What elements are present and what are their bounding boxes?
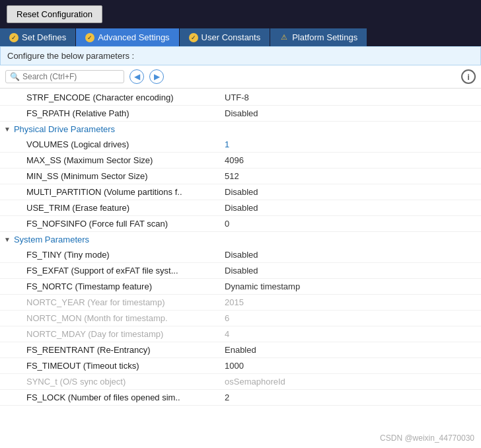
table-row[interactable]: FS_LOCK (Number of files opened sim..2 xyxy=(0,390,481,406)
table-row[interactable]: MULTI_PARTITION (Volume partitions f..Di… xyxy=(0,184,481,200)
table-row[interactable]: FS_EXFAT (Support of exFAT file syst...D… xyxy=(0,263,481,279)
configure-text: Configure the below parameters : xyxy=(7,51,134,61)
tab-set-defines[interactable]: ✓Set Defines xyxy=(0,28,76,46)
param-name: FS_TINY (Tiny mode) xyxy=(26,250,225,260)
param-value: 1000 xyxy=(225,361,476,371)
table-row[interactable]: FS_NOFSINFO (Force full FAT scan)0 xyxy=(0,216,481,232)
table-row[interactable]: STRF_ENCODE (Character encoding)UTF-8 xyxy=(0,90,481,106)
tab-user-constants[interactable]: ✓User Constants xyxy=(180,28,271,46)
table-row[interactable]: FS_NORTC (Timestamp feature)Dynamic time… xyxy=(0,279,481,295)
tab-bar: ✓Set Defines✓Advanced Settings✓User Cons… xyxy=(0,28,481,46)
param-value: 2 xyxy=(225,392,476,402)
nav-prev-button[interactable]: ◀ xyxy=(130,69,144,84)
param-name: FS_NORTC (Timestamp feature) xyxy=(26,281,225,291)
configure-bar: Configure the below parameters : xyxy=(0,46,481,65)
param-name: FS_EXFAT (Support of exFAT file syst... xyxy=(26,266,225,276)
table-row[interactable]: MAX_SS (Maximum Sector Size)4096 xyxy=(0,153,481,168)
param-name: FS_NOFSINFO (Force full FAT scan) xyxy=(26,219,225,229)
search-icon: 🔍 xyxy=(10,72,20,81)
param-value: Disabled xyxy=(225,266,476,276)
chevron-icon: ▼ xyxy=(4,236,11,243)
param-value: 6 xyxy=(225,313,476,323)
param-value: Disabled xyxy=(225,203,476,213)
section-label: System Parameters xyxy=(14,235,89,244)
param-name: USE_TRIM (Erase feature) xyxy=(26,203,225,213)
param-value: 2015 xyxy=(225,297,476,307)
section-label: Physical Drive Parameters xyxy=(14,124,115,134)
param-name: MIN_SS (Minimum Sector Size) xyxy=(26,171,225,181)
warn-icon: ⚠ xyxy=(279,33,289,42)
table-row[interactable]: SYNC_t (O/S sync object)osSemaphoreId xyxy=(0,374,481,390)
search-input[interactable] xyxy=(22,72,115,81)
reset-config-button[interactable]: Reset Configuration xyxy=(7,5,102,23)
table-row[interactable]: VOLUMES (Logical drives)1 xyxy=(0,137,481,153)
param-value: Disabled xyxy=(225,187,476,197)
table-row[interactable]: FS_REENTRANT (Re-Entrancy)Enabled xyxy=(0,342,481,358)
param-value: Disabled xyxy=(225,108,476,118)
tab-label: Platform Settings xyxy=(292,32,357,42)
top-bar: Reset Configuration xyxy=(0,0,481,28)
section-header-system[interactable]: ▼System Parameters xyxy=(0,232,481,247)
param-value: 4096 xyxy=(225,155,476,165)
param-value: Enabled xyxy=(225,345,476,355)
tab-advanced-settings[interactable]: ✓Advanced Settings xyxy=(76,28,179,46)
tab-label: Advanced Settings xyxy=(98,32,169,42)
param-value: 0 xyxy=(225,219,476,229)
chevron-icon: ▼ xyxy=(4,126,11,133)
param-name: MULTI_PARTITION (Volume partitions f.. xyxy=(26,187,225,197)
param-value: Dynamic timestamp xyxy=(225,281,476,291)
param-value: Disabled xyxy=(225,250,476,260)
param-name: FS_REENTRANT (Re-Entrancy) xyxy=(26,345,225,355)
param-name: FS_LOCK (Number of files opened sim.. xyxy=(26,392,225,402)
tab-label: User Constants xyxy=(202,32,261,42)
table-row[interactable]: FS_TIMEOUT (Timeout ticks)1000 xyxy=(0,358,481,374)
table-row[interactable]: NORTC_YEAR (Year for timestamp)2015 xyxy=(0,295,481,311)
param-value: osSemaphoreId xyxy=(225,377,476,387)
table-row[interactable]: FS_RPATH (Relative Path)Disabled xyxy=(0,106,481,122)
param-value: 4 xyxy=(225,329,476,339)
param-value: 512 xyxy=(225,171,476,181)
table-row[interactable]: NORTC_MDAY (Day for timestamp)4 xyxy=(0,326,481,342)
param-name: NORTC_YEAR (Year for timestamp) xyxy=(26,297,225,307)
param-name: MAX_SS (Maximum Sector Size) xyxy=(26,155,225,165)
param-list: STRF_ENCODE (Character encoding)UTF-8FS_… xyxy=(0,89,481,436)
info-button[interactable]: i xyxy=(461,69,476,84)
table-row[interactable]: FS_TINY (Tiny mode)Disabled xyxy=(0,247,481,263)
param-value: 1 xyxy=(225,139,476,149)
nav-next-button[interactable]: ▶ xyxy=(149,69,164,84)
table-row[interactable]: USE_TRIM (Erase feature)Disabled xyxy=(0,200,481,216)
param-name: SYNC_t (O/S sync object) xyxy=(26,377,225,387)
section-header-physical-drive[interactable]: ▼Physical Drive Parameters xyxy=(0,122,481,137)
param-name: NORTC_MON (Month for timestamp. xyxy=(26,313,225,323)
check-icon: ✓ xyxy=(85,33,94,42)
search-input-wrap: 🔍 xyxy=(5,70,124,83)
table-row[interactable]: NORTC_MON (Month for timestamp.6 xyxy=(0,311,481,326)
param-name: FS_TIMEOUT (Timeout ticks) xyxy=(26,361,225,371)
main-content: STRF_ENCODE (Character encoding)UTF-8FS_… xyxy=(0,89,481,436)
tab-label: Set Defines xyxy=(22,32,66,42)
tab-platform-settings[interactable]: ⚠Platform Settings xyxy=(270,28,367,46)
param-name: NORTC_MDAY (Day for timestamp) xyxy=(26,329,225,339)
param-name: STRF_ENCODE (Character encoding) xyxy=(26,93,225,102)
param-value: UTF-8 xyxy=(225,93,476,102)
search-bar: 🔍 ◀ ▶ i xyxy=(0,65,481,89)
table-row[interactable]: MIN_SS (Minimum Sector Size)512 xyxy=(0,168,481,184)
check-icon: ✓ xyxy=(189,33,198,42)
param-name: VOLUMES (Logical drives) xyxy=(26,139,225,149)
check-icon: ✓ xyxy=(9,33,18,42)
param-name: FS_RPATH (Relative Path) xyxy=(26,108,225,118)
